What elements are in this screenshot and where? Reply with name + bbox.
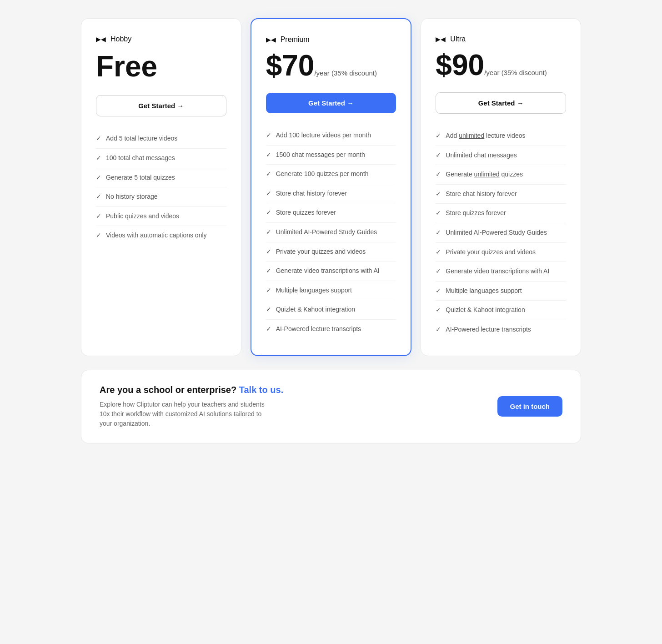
feature-text: Multiple languages support bbox=[276, 286, 352, 295]
plan-card-premium: ▶◀ Premium $70/year (35% discount) Get S… bbox=[251, 18, 412, 356]
feature-item: ✓ Add 100 lecture videos per month bbox=[266, 126, 396, 146]
feature-text: Add 100 lecture videos per month bbox=[276, 131, 371, 140]
check-icon: ✓ bbox=[436, 248, 441, 256]
feature-text: Store chat history forever bbox=[276, 189, 347, 198]
plan-card-hobby: ▶◀ Hobby Free Get Started → ✓ Add 5 tota… bbox=[81, 18, 241, 356]
feature-item: ✓ Generate video transcriptions with AI bbox=[266, 262, 396, 281]
feature-text: Store quizzes forever bbox=[446, 209, 506, 218]
feature-text: Generate video transcriptions with AI bbox=[276, 267, 380, 276]
plan-icon-ultra: ▶◀ Ultra bbox=[436, 35, 566, 43]
feature-item: ✓ Private your quizzes and videos bbox=[436, 243, 566, 262]
feature-item: ✓ Generate 100 quizzes per month bbox=[266, 165, 396, 184]
check-icon: ✓ bbox=[96, 135, 101, 142]
premium-icon-symbol: ▶◀ bbox=[266, 36, 276, 43]
feature-item: ✓ AI-Powered lecture transcripts bbox=[436, 320, 566, 339]
feature-item: ✓ No history storage bbox=[96, 187, 226, 207]
feature-text: Generate 5 total quizzes bbox=[106, 173, 175, 182]
hobby-icon-symbol: ▶◀ bbox=[96, 35, 106, 43]
feature-item: ✓ Store chat history forever bbox=[266, 184, 396, 204]
check-icon: ✓ bbox=[436, 306, 441, 313]
ultra-plan-name: Ultra bbox=[450, 35, 466, 43]
feature-text: Generate video transcriptions with AI bbox=[446, 267, 549, 276]
hobby-cta-button[interactable]: Get Started → bbox=[96, 95, 226, 116]
feature-text: Generate unlimited quizzes bbox=[446, 170, 523, 179]
plans-container: ▶◀ Hobby Free Get Started → ✓ Add 5 tota… bbox=[81, 18, 581, 356]
check-icon: ✓ bbox=[436, 171, 441, 178]
enterprise-banner: Are you a school or enterprise? Talk to … bbox=[81, 370, 581, 443]
feature-item: ✓ Add unlimited lecture videos bbox=[436, 126, 566, 146]
check-icon: ✓ bbox=[266, 287, 271, 294]
premium-price-period: /year (35% discount) bbox=[314, 69, 377, 77]
feature-text: Store quizzes forever bbox=[276, 208, 336, 217]
check-icon: ✓ bbox=[266, 228, 271, 236]
feature-item: ✓ Generate 5 total quizzes bbox=[96, 168, 226, 188]
feature-item: ✓ Quizlet & Kahoot integration bbox=[266, 300, 396, 320]
check-icon: ✓ bbox=[436, 190, 441, 197]
feature-text: Add unlimited lecture videos bbox=[446, 131, 525, 141]
enterprise-heading: Are you a school or enterprise? Talk to … bbox=[100, 385, 283, 395]
check-icon: ✓ bbox=[266, 248, 271, 255]
check-icon: ✓ bbox=[436, 287, 441, 294]
feature-text: Private your quizzes and videos bbox=[446, 248, 536, 257]
feature-text: Private your quizzes and videos bbox=[276, 247, 366, 257]
enterprise-heading-highlight: Talk to us. bbox=[236, 385, 283, 395]
check-icon: ✓ bbox=[436, 209, 441, 216]
ultra-cta-button[interactable]: Get Started → bbox=[436, 92, 566, 114]
feature-text: Unlimited chat messages bbox=[446, 151, 517, 160]
premium-cta-button[interactable]: Get Started → bbox=[266, 93, 396, 113]
enterprise-description: Explore how Cliptutor can help your teac… bbox=[100, 400, 272, 428]
feature-text: Quizlet & Kahoot integration bbox=[276, 305, 355, 314]
plan-icon-hobby: ▶◀ Hobby bbox=[96, 35, 226, 43]
feature-item: ✓ Store quizzes forever bbox=[266, 203, 396, 223]
get-in-touch-button[interactable]: Get in touch bbox=[497, 396, 563, 417]
feature-text: Generate 100 quizzes per month bbox=[276, 170, 369, 179]
feature-item: ✓ 1500 chat messages per month bbox=[266, 146, 396, 165]
premium-price-amount: $70 bbox=[266, 49, 315, 82]
check-icon: ✓ bbox=[266, 170, 271, 177]
check-icon: ✓ bbox=[266, 325, 271, 332]
feature-text: Quizlet & Kahoot integration bbox=[446, 306, 525, 315]
feature-item: ✓ Public quizzes and videos bbox=[96, 207, 226, 226]
check-icon: ✓ bbox=[96, 212, 101, 220]
feature-item: ✓ AI-Powered lecture transcripts bbox=[266, 320, 396, 339]
check-icon: ✓ bbox=[266, 209, 271, 216]
check-icon: ✓ bbox=[436, 267, 441, 275]
feature-text: Multiple languages support bbox=[446, 287, 522, 296]
feature-item: ✓ Generate unlimited quizzes bbox=[436, 165, 566, 185]
feature-text: Unlimited AI-Powered Study Guides bbox=[446, 228, 547, 237]
feature-text: No history storage bbox=[106, 192, 158, 201]
check-icon: ✓ bbox=[436, 151, 441, 159]
feature-text: Unlimited AI-Powered Study Guides bbox=[276, 228, 377, 237]
feature-item: ✓ 100 total chat messages bbox=[96, 149, 226, 168]
feature-text: AI-Powered lecture transcripts bbox=[446, 325, 531, 334]
premium-price-block: $70/year (35% discount) bbox=[266, 51, 396, 80]
feature-item: ✓ Generate video transcriptions with AI bbox=[436, 262, 566, 282]
hobby-price: Free bbox=[96, 50, 226, 82]
ultra-features-list: ✓ Add unlimited lecture videos ✓ Unlimit… bbox=[436, 126, 566, 339]
check-icon: ✓ bbox=[266, 190, 271, 197]
feature-text: AI-Powered lecture transcripts bbox=[276, 325, 361, 334]
feature-text: Store chat history forever bbox=[446, 190, 517, 199]
feature-item: ✓ Store quizzes forever bbox=[436, 204, 566, 223]
check-icon: ✓ bbox=[436, 326, 441, 333]
feature-text: Add 5 total lecture videos bbox=[106, 134, 177, 143]
feature-item: ✓ Multiple languages support bbox=[436, 282, 566, 301]
feature-item: ✓ Quizlet & Kahoot integration bbox=[436, 301, 566, 320]
check-icon: ✓ bbox=[96, 154, 101, 161]
feature-item: ✓ Multiple languages support bbox=[266, 281, 396, 301]
feature-item: ✓ Private your quizzes and videos bbox=[266, 242, 396, 262]
feature-item: ✓ Store chat history forever bbox=[436, 185, 566, 204]
feature-text: Public quizzes and videos bbox=[106, 212, 179, 221]
feature-text: Videos with automatic captions only bbox=[106, 231, 207, 240]
check-icon: ✓ bbox=[96, 231, 101, 239]
pricing-page: ▶◀ Hobby Free Get Started → ✓ Add 5 tota… bbox=[81, 9, 581, 453]
feature-item: ✓ Unlimited AI-Powered Study Guides bbox=[436, 223, 566, 243]
check-icon: ✓ bbox=[96, 193, 101, 200]
premium-features-list: ✓ Add 100 lecture videos per month ✓ 150… bbox=[266, 126, 396, 339]
ultra-icon-symbol: ▶◀ bbox=[436, 35, 446, 43]
enterprise-text-block: Are you a school or enterprise? Talk to … bbox=[100, 385, 283, 428]
check-icon: ✓ bbox=[436, 229, 441, 236]
ultra-price-period: /year (35% discount) bbox=[484, 69, 547, 76]
ultra-price-block: $90/year (35% discount) bbox=[436, 50, 566, 80]
feature-item: ✓ Add 5 total lecture videos bbox=[96, 129, 226, 149]
